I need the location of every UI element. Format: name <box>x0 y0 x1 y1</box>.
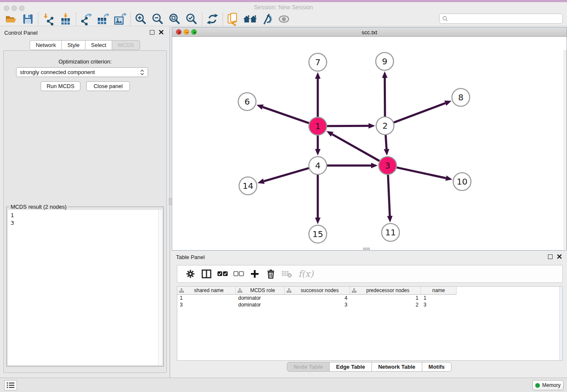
tab-edge-table[interactable]: Edge Table <box>329 362 372 372</box>
graph-edge-4-14[interactable] <box>264 168 308 181</box>
network-view-window: scc.txt 7968124314101511 <box>172 27 567 251</box>
delete-column-button[interactable] <box>263 266 279 282</box>
zoom-selected-button[interactable] <box>183 12 200 26</box>
tree-icon <box>237 288 242 293</box>
annotations-icon <box>261 13 273 25</box>
graph-edge-1-2[interactable] <box>327 126 369 126</box>
table-row[interactable]: 1 dominator 4 1 1 <box>177 295 562 301</box>
refresh-icon <box>206 13 218 25</box>
export-table-button[interactable] <box>95 12 112 26</box>
cell-shared-name[interactable]: 1 <box>177 295 236 301</box>
graph-node-label-15: 15 <box>312 229 323 239</box>
float-table-panel-button[interactable] <box>548 254 553 259</box>
graph-edge-2-9[interactable] <box>385 78 385 116</box>
task-history-button[interactable] <box>4 380 17 390</box>
save-session-button[interactable] <box>19 12 36 26</box>
cell-mcds-role[interactable]: dominator <box>236 295 285 301</box>
tab-style[interactable]: Style <box>61 40 85 50</box>
graph-node-label-8: 8 <box>458 92 464 102</box>
graph-edge-2-8[interactable] <box>394 103 446 123</box>
result-scrollbar[interactable] <box>158 210 162 365</box>
criterion-select[interactable]: strongly connected component <box>16 67 148 77</box>
home-button[interactable] <box>242 12 259 26</box>
graph-edge-1-6[interactable] <box>263 107 309 123</box>
graph-node-label-3: 3 <box>385 160 391 171</box>
zoom-in-icon <box>135 13 147 25</box>
export-network-button[interactable] <box>78 12 95 26</box>
tab-network[interactable]: Network <box>30 40 62 50</box>
eye-button[interactable] <box>275 12 292 26</box>
split-table-button[interactable] <box>198 266 215 282</box>
column-header-shared-name[interactable]: shared name <box>177 287 236 295</box>
tab-network-table[interactable]: Network Table <box>372 362 422 372</box>
network-canvas[interactable]: 7968124314101511 <box>172 37 567 250</box>
graph-edge-3-10[interactable] <box>397 168 446 178</box>
network-graph: 7968124314101511 <box>172 37 567 250</box>
trash-icon <box>266 269 275 279</box>
column-header-mcds-role[interactable]: MCDS role <box>236 287 285 295</box>
table-vscrollbar[interactable] <box>559 287 562 360</box>
search-input[interactable] <box>450 16 562 22</box>
tab-motifs[interactable]: Motifs <box>422 362 451 372</box>
zoom-out-button[interactable] <box>149 12 166 26</box>
tab-node-table[interactable]: Node Table <box>287 362 330 372</box>
tree-icon <box>286 288 292 293</box>
graph-node-label-6: 6 <box>245 97 250 107</box>
import-network-button[interactable] <box>40 12 57 26</box>
cell-predecessor-nodes[interactable]: 2 <box>350 301 421 308</box>
import-table-button[interactable] <box>57 12 74 26</box>
export-image-button[interactable] <box>112 12 129 26</box>
cell-mcds-role[interactable]: dominator <box>236 301 285 308</box>
plus-icon <box>250 269 259 279</box>
criterion-selected-value: strongly connected component <box>20 69 140 75</box>
tab-select[interactable]: Select <box>85 40 112 50</box>
tab-mcds[interactable]: MCDS <box>112 40 140 50</box>
close-table-panel-icon[interactable] <box>557 254 562 259</box>
column-header-predecessor-nodes[interactable]: predecessor nodes <box>350 287 421 295</box>
cell-successor-nodes[interactable]: 4 <box>285 295 350 301</box>
create-column-button[interactable] <box>247 266 263 282</box>
cell-name[interactable]: 3 <box>421 301 457 308</box>
control-panel-tabs: Network Style Select MCDS <box>0 40 170 50</box>
clone-network-button[interactable] <box>225 12 242 26</box>
tree-icon <box>352 288 357 293</box>
cell-name[interactable]: 1 <box>421 295 457 301</box>
close-panel-button[interactable]: Close panel <box>86 81 130 91</box>
zoom-fit-button[interactable] <box>166 12 183 26</box>
zoom-in-button[interactable] <box>132 12 149 26</box>
node-table: shared name MCDS role successor nodes pr… <box>177 286 563 361</box>
result-line: 3 <box>11 219 162 227</box>
annotations-button[interactable] <box>259 12 275 26</box>
memory-label: Memory <box>542 382 560 388</box>
open-session-button[interactable] <box>3 12 19 26</box>
cell-predecessor-nodes[interactable]: 1 <box>350 295 421 301</box>
search-box[interactable] <box>439 14 563 24</box>
select-all-columns-button[interactable] <box>215 266 231 282</box>
deselect-all-columns-button[interactable] <box>231 266 247 282</box>
column-header-name[interactable]: name <box>421 287 457 295</box>
graph-node-label-14: 14 <box>242 181 253 191</box>
mcds-result-text[interactable]: 1 3 <box>8 210 162 365</box>
horizontal-splitter-handle[interactable] <box>363 248 370 251</box>
select-all-icon <box>217 271 228 277</box>
refresh-button[interactable] <box>204 12 221 26</box>
graph-node-label-7: 7 <box>315 57 321 67</box>
column-header-successor-nodes[interactable]: successor nodes <box>285 287 350 295</box>
graph-edge-3-11[interactable] <box>388 175 390 216</box>
memory-button[interactable]: Memory <box>532 380 564 390</box>
run-mcds-button[interactable]: Run MCDS <box>41 81 80 91</box>
delete-table-button[interactable] <box>279 266 295 282</box>
graph-edge-2-3[interactable] <box>385 135 386 149</box>
network-vscrollbar[interactable] <box>564 50 567 249</box>
table-row[interactable]: 3 dominator 3 2 3 <box>177 301 562 308</box>
network-window-titlebar[interactable]: scc.txt <box>172 28 567 37</box>
cell-successor-nodes[interactable]: 3 <box>285 301 350 308</box>
gear-icon <box>185 269 195 279</box>
function-builder-button[interactable]: f(x) <box>298 269 314 279</box>
table-settings-button[interactable] <box>182 266 198 282</box>
graph-edge-3-1[interactable] <box>332 134 380 161</box>
close-panel-icon[interactable] <box>159 30 164 35</box>
graph-node-label-9: 9 <box>382 56 388 66</box>
cell-shared-name[interactable]: 3 <box>177 301 236 308</box>
float-panel-button[interactable] <box>150 30 154 35</box>
